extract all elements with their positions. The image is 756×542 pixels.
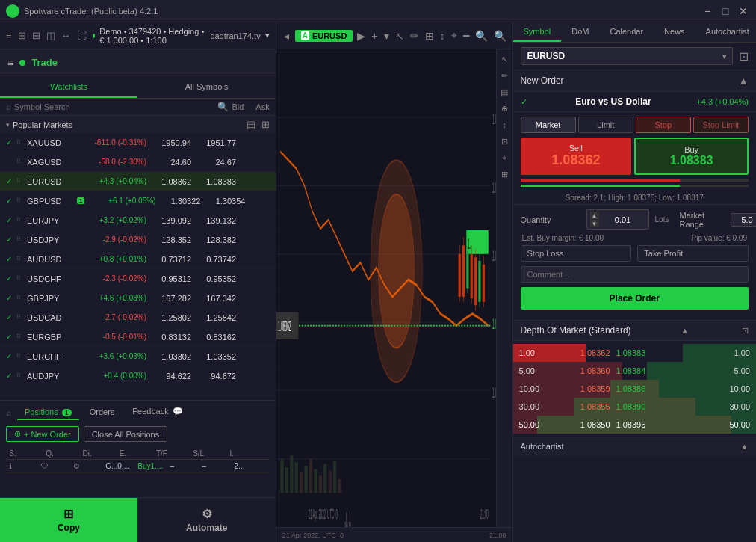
positions-search-icon[interactable]: ⌕ (6, 407, 11, 418)
new-order-collapse-btn[interactable]: ▲ (738, 75, 749, 87)
chart-tool-pencil[interactable]: ✏ (409, 28, 421, 43)
tab-news[interactable]: News (654, 22, 695, 42)
automate-button[interactable]: ⚙ Automate (137, 498, 276, 542)
market-row[interactable]: ✓⠿USDJPY-2.9 (-0.02%)128.352128.382 (0, 230, 276, 250)
market-row[interactable]: ✓⠿EURGBP-0.5 (-0.01%)0.831320.83162 (0, 327, 276, 347)
copy-button[interactable]: ⊞ Copy (0, 498, 137, 542)
market-row[interactable]: ✓⠿GBPJPY+4.6 (+0.03%)167.282167.342 (0, 289, 276, 308)
tab-symbol[interactable]: Symbol (513, 22, 562, 42)
dom-expand-btn[interactable]: ⊡ (742, 326, 749, 336)
market-row[interactable]: ✓⠿GBPUSD1+6.1 (+0.05%)1.303221.30354 (0, 191, 276, 211)
symbol-change: -611.0 (-0.31%) (75, 138, 146, 147)
search-submit-icon[interactable]: 🔍 (217, 102, 229, 112)
order-pair-name: Euro vs US Dollar (575, 96, 651, 107)
market-row[interactable]: ✓⠿XAUUSD-611.0 (-0.31%)1950.941951.77 (0, 133, 276, 153)
position-row[interactable]: ℹ 🛡 ⚙ G...0.... Buy1.... – – 2... (6, 460, 270, 473)
order-type-stop-limit[interactable]: Stop Limit (693, 117, 749, 133)
chart-back-arrow[interactable]: ◂ (281, 30, 292, 42)
tab-all-symbols[interactable]: All Symbols (137, 76, 275, 98)
tab-watchlists[interactable]: Watchlists (0, 76, 137, 98)
sell-button[interactable]: Sell 1.08362 (521, 138, 632, 175)
check-icon: ✓ (6, 294, 16, 302)
tool-cursor[interactable]: ↖ (498, 52, 511, 66)
market-row[interactable]: ✓⠿EURCHF+3.6 (+0.03%)1.033021.03352 (0, 347, 276, 366)
take-profit-button[interactable]: Take Profit (637, 245, 749, 262)
tool-bar[interactable]: ▤ (498, 85, 511, 99)
dom-row[interactable]: 5.001.083601.083845.00 (513, 362, 756, 380)
tab-positions[interactable]: Positions 1 (17, 405, 79, 420)
symbol-expand-icon[interactable]: ⊡ (739, 49, 749, 64)
order-type-limit[interactable]: Limit (578, 117, 633, 133)
tool-zoom[interactable]: ↕ (498, 118, 511, 132)
account-arrow[interactable]: ▾ (265, 31, 270, 40)
quantity-up-btn[interactable]: ▲ (590, 212, 599, 219)
market-row[interactable]: ✓⠿USDCAD-2.7 (-0.02%)1.258021.25842 (0, 308, 276, 327)
hamburger-icon[interactable]: ≡ (6, 30, 12, 41)
dom-row[interactable]: 10.001.083591.0838610.00 (513, 380, 756, 398)
quantity-down-btn[interactable]: ▼ (590, 220, 599, 227)
tab-orders[interactable]: Orders (82, 405, 123, 420)
autochartist-collapse-btn[interactable]: ▲ (740, 442, 749, 451)
toolbar-icon-1[interactable]: ⊞ (18, 30, 26, 41)
chart-tool-crosshair[interactable]: ⌖ (450, 28, 459, 43)
maximize-button[interactable]: □ (719, 4, 732, 18)
symbol-bid: 1.08362 (146, 177, 191, 186)
symbol-select-dropdown[interactable]: EURUSD ▾ (521, 47, 733, 65)
tool-pencil[interactable]: ✏ (498, 69, 511, 82)
tool-magnet[interactable]: ⊕ (498, 102, 511, 115)
stop-loss-button[interactable]: Stop Loss (521, 245, 632, 262)
market-row[interactable]: ⠿XAGUSD-58.0 (-2.30%)24.6024.67 (0, 153, 276, 172)
chart-bottom-bar: 21 Apr 2022, UTC+0 21:00 (276, 527, 512, 542)
chart-tool-settings[interactable]: 🔍 (492, 28, 508, 43)
buy-button[interactable]: Buy 1.08383 (634, 138, 749, 175)
toolbar-icon-3[interactable]: ◫ (46, 30, 55, 41)
dom-row[interactable]: 1.001.083621.083831.00 (513, 344, 756, 362)
order-type-market[interactable]: Market (521, 117, 576, 133)
close-all-positions-button[interactable]: Close All Positions (84, 426, 168, 442)
chart-tool-zoom[interactable]: ↕ (439, 28, 447, 43)
symbol-ask: 24.67 (191, 158, 236, 167)
chart-symbol-pill[interactable]: A EURUSD (295, 30, 353, 42)
menu-icon[interactable]: ≡ (7, 57, 13, 69)
quantity-stepper[interactable]: ▲ ▼ (590, 212, 599, 227)
dom-collapse-btn[interactable]: ▲ (681, 326, 689, 335)
dom-row[interactable]: 50.001.083501.0839550.00 (513, 416, 756, 434)
market-row[interactable]: ✓⠿AUDJPY+0.4 (0.00%)94.62294.672 (0, 366, 276, 386)
drag-handle: ⠿ (16, 333, 25, 340)
market-range-input[interactable] (734, 215, 756, 224)
chart-tool-line[interactable]: ━ (462, 28, 471, 43)
minimize-button[interactable]: − (701, 4, 714, 18)
chart-tool-search[interactable]: 🔍 (474, 28, 489, 43)
tool-crosshair[interactable]: ⌖ (498, 151, 511, 164)
quantity-input[interactable] (601, 215, 645, 224)
tab-autochartist[interactable]: Autochartist (695, 22, 756, 42)
chart-tool-grid[interactable]: ⊞ (424, 28, 436, 43)
tool-more[interactable]: ⊡ (498, 135, 511, 148)
popular-markets-header[interactable]: ▾ Popular Markets ▤ ⊞ (0, 116, 276, 133)
chart-more-btn[interactable]: ▾ (382, 28, 391, 43)
tab-feedback[interactable]: Feedback 💬 (125, 404, 190, 420)
new-order-button[interactable]: ⊕ + New Order (6, 426, 79, 442)
place-order-button[interactable]: Place Order (521, 287, 749, 310)
search-input[interactable] (14, 102, 214, 111)
market-row[interactable]: ✓⠿EURJPY+3.2 (+0.02%)139.092139.132 (0, 211, 276, 230)
check-icon: ✓ (6, 372, 16, 380)
expand-icon[interactable]: ⊞ (261, 119, 270, 130)
tab-calendar[interactable]: Calendar (599, 22, 654, 42)
tab-dom[interactable]: DoM (561, 22, 599, 42)
toolbar-icon-2[interactable]: ⊟ (32, 30, 40, 41)
chart-play-btn[interactable]: ▶ (356, 28, 367, 43)
market-row[interactable]: ✓⠿EURUSD+4.3 (+0.04%)1.083621.08383 (0, 172, 276, 191)
dom-row[interactable]: 30.001.083551.0839030.00 (513, 398, 756, 416)
market-row[interactable]: ✓⠿USDCHF-2.3 (-0.02%)0.953120.95352 (0, 269, 276, 289)
toolbar-icon-5[interactable]: ⛶ (77, 30, 87, 41)
chart-tool-cursor[interactable]: ↖ (394, 28, 406, 43)
comment-input[interactable] (521, 266, 749, 283)
order-type-stop[interactable]: Stop (636, 117, 691, 133)
chart-add-btn[interactable]: + (370, 28, 379, 43)
market-row[interactable]: ✓⠿AUDUSD+0.8 (+0.01%)0.737120.73742 (0, 250, 276, 269)
toolbar-icon-4[interactable]: ↔ (61, 30, 71, 41)
tool-screenshot[interactable]: ⊞ (498, 167, 511, 181)
close-button[interactable]: ✕ (737, 4, 750, 18)
grid-icon[interactable]: ▤ (247, 119, 255, 130)
